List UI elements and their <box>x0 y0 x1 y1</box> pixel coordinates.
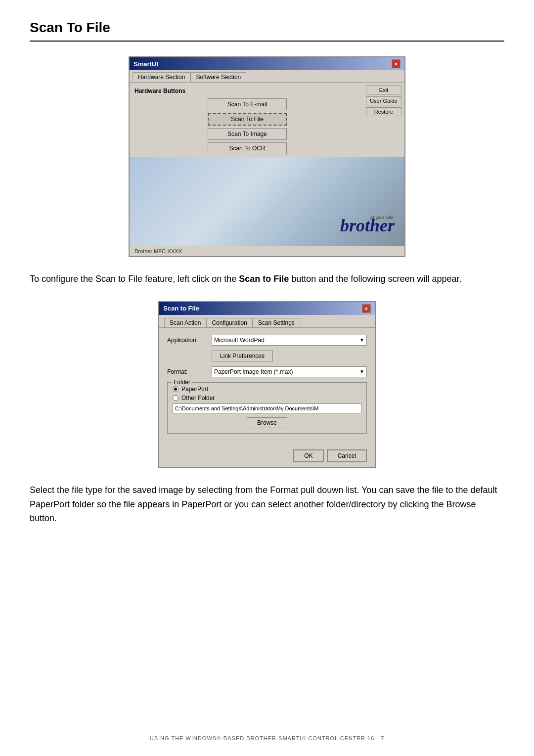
format-select[interactable]: PaperPort Image Item (*.max) ▼ <box>212 366 367 377</box>
window-title: SmartUI <box>134 60 158 68</box>
dialog-titlebar: Scan to File × <box>159 302 375 315</box>
scan-email-button[interactable]: Scan To E-mail <box>208 98 287 110</box>
scan-to-file-dialog: Scan to File × Scan Action Configuration… <box>158 301 376 468</box>
format-label: Format: <box>167 368 212 375</box>
window-right-panel: Exit User Guide Restore <box>365 83 404 162</box>
dialog-tabs: Scan Action Configuration Scan Settings <box>159 315 375 328</box>
folder-legend: Folder <box>172 379 192 386</box>
browse-button[interactable]: Browse <box>247 417 287 428</box>
brother-logo: brother <box>340 215 395 236</box>
hardware-buttons-label: Hardware Buttons <box>134 88 360 94</box>
paperport-radio-row[interactable]: PaperPort <box>173 386 361 393</box>
body-text-2: Select the file type for the saved image… <box>30 483 504 526</box>
cancel-button[interactable]: Cancel <box>327 449 367 462</box>
dialog-title: Scan to File <box>163 305 199 312</box>
ok-button[interactable]: OK <box>293 449 323 462</box>
browse-row: Browse <box>173 417 361 428</box>
paperport-label: PaperPort <box>181 386 208 393</box>
background-image-area: At your side brother <box>130 157 404 246</box>
scan-file-button[interactable]: Scan To File <box>208 113 287 126</box>
folder-group: Folder PaperPort Other Folder Browse <box>167 382 367 434</box>
link-pref-row: Link Preferences <box>167 351 367 361</box>
dialog-close-button[interactable]: × <box>362 304 371 313</box>
page-title: Scan To File <box>30 20 504 36</box>
scan-ocr-button[interactable]: Scan To OCR <box>208 142 287 154</box>
page-footer: USING THE WINDOWS®-BASED BROTHER SMARTUI… <box>0 735 534 741</box>
tab-hardware-section[interactable]: Hardware Section <box>133 72 190 82</box>
application-row: Application: Microsoft WordPad ▼ <box>167 335 367 346</box>
exit-button[interactable]: Exit <box>366 86 401 94</box>
other-folder-label: Other Folder <box>181 395 215 401</box>
other-folder-radio-row[interactable]: Other Folder <box>173 395 361 401</box>
tab-scan-action[interactable]: Scan Action <box>164 318 206 327</box>
title-divider <box>30 41 504 42</box>
smartui-window: SmartUI × Hardware Section Software Sect… <box>129 56 405 257</box>
paperport-radio[interactable] <box>173 386 178 392</box>
other-folder-radio[interactable] <box>173 395 178 401</box>
format-select-arrow-icon: ▼ <box>359 369 364 374</box>
path-input[interactable] <box>173 403 361 413</box>
window-tabs: Hardware Section Software Section <box>130 70 404 83</box>
link-preferences-button[interactable]: Link Preferences <box>212 351 273 361</box>
scan-image-button[interactable]: Scan To Image <box>208 128 287 140</box>
application-label: Application: <box>167 337 212 344</box>
window-left-panel: Hardware Buttons Scan To E-mail Scan To … <box>130 83 365 162</box>
dialog-footer: OK Cancel <box>159 445 375 467</box>
window-titlebar: SmartUI × <box>130 57 404 70</box>
window-close-button[interactable]: × <box>392 59 400 68</box>
window-body: Hardware Buttons Scan To E-mail Scan To … <box>130 83 404 162</box>
window-footer: Brother MFC-XXXX <box>130 246 404 256</box>
tab-software-section[interactable]: Software Section <box>190 72 246 82</box>
tab-configuration[interactable]: Configuration <box>206 318 252 327</box>
restore-button[interactable]: Restore <box>366 107 401 116</box>
body-text-1: To configure the Scan to File feature, l… <box>30 272 504 286</box>
user-guide-button[interactable]: User Guide <box>366 96 401 105</box>
dialog-body: Application: Microsoft WordPad ▼ Link Pr… <box>159 328 375 445</box>
select-arrow-icon: ▼ <box>359 337 364 343</box>
application-select[interactable]: Microsoft WordPad ▼ <box>212 335 367 346</box>
tab-scan-settings[interactable]: Scan Settings <box>253 318 300 327</box>
format-row: Format: PaperPort Image Item (*.max) ▼ <box>167 366 367 377</box>
